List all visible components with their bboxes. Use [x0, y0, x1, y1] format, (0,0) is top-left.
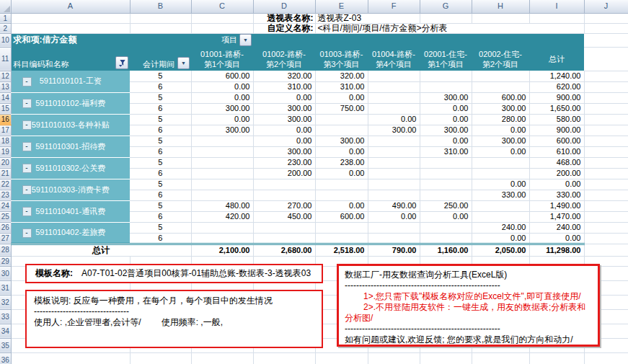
account-cell[interactable]: - 5911010303-消费卡费: [11, 179, 130, 200]
cell[interactable]: [584, 179, 628, 190]
column-header[interactable]: E: [315, 0, 368, 13]
cell[interactable]: [584, 114, 628, 125]
period-cell[interactable]: 5: [130, 157, 191, 168]
row-header[interactable]: 1: [0, 13, 11, 23]
collapse-minus-icon[interactable]: -: [22, 77, 32, 86]
collapse-minus-icon[interactable]: -: [22, 120, 32, 130]
value-cell[interactable]: 480.00: [191, 200, 253, 211]
value-cell[interactable]: 0.00: [420, 136, 472, 146]
value-cell[interactable]: [368, 71, 420, 81]
row-header[interactable]: 35: [0, 338, 11, 352]
pivot-header-blank[interactable]: [130, 33, 191, 47]
period-cell[interactable]: 5: [130, 71, 191, 81]
total-value-cell[interactable]: 468.00: [529, 157, 584, 168]
row-header[interactable]: 20: [0, 157, 11, 168]
value-cell[interactable]: [191, 168, 253, 179]
value-cell[interactable]: 0.00: [315, 168, 368, 179]
value-cell[interactable]: [368, 157, 420, 168]
value-cell[interactable]: [420, 179, 472, 190]
value-cell[interactable]: 238.00: [315, 157, 368, 168]
row-header[interactable]: 34: [0, 324, 11, 338]
value-cell[interactable]: [420, 81, 472, 92]
value-cell[interactable]: [253, 233, 315, 244]
period-cell[interactable]: 5: [130, 200, 191, 211]
value-cell[interactable]: [315, 190, 368, 200]
cell[interactable]: [368, 352, 420, 364]
period-cell[interactable]: 5: [130, 222, 191, 233]
total-value-cell[interactable]: 610.00: [529, 146, 584, 157]
account-cell[interactable]: - 5911010102-福利费: [11, 92, 130, 114]
cell[interactable]: [584, 81, 628, 92]
value-cell[interactable]: [253, 222, 315, 233]
value-cell[interactable]: [191, 179, 253, 190]
cell[interactable]: [584, 71, 628, 81]
total-value-cell[interactable]: 900.00: [529, 125, 584, 136]
row-header[interactable]: 17: [0, 125, 11, 136]
account-cell[interactable]: - 5911010103-各种补贴: [11, 114, 130, 136]
select-all-corner[interactable]: [0, 0, 11, 13]
project-filter-dropdown-icon[interactable]: ▼: [239, 34, 252, 46]
cell[interactable]: [584, 33, 628, 47]
row-header[interactable]: 25: [0, 211, 11, 222]
value-cell[interactable]: 310.00: [420, 146, 472, 157]
period-cell[interactable]: 6: [130, 103, 191, 114]
period-cell[interactable]: 6: [130, 146, 191, 157]
value-cell[interactable]: 200.00: [253, 168, 315, 179]
value-cell[interactable]: 310.00: [253, 81, 315, 92]
value-cell[interactable]: 230.00: [253, 157, 315, 168]
value-cell[interactable]: 0.00: [253, 125, 315, 136]
value-cell[interactable]: 300.00: [191, 103, 253, 114]
value-cell[interactable]: [315, 222, 368, 233]
custom-name-label-cell[interactable]: 自定义名称:: [253, 23, 315, 33]
cell[interactable]: [130, 23, 191, 33]
pivot-column-field-cell[interactable]: 项目 ▼: [191, 33, 253, 47]
value-cell[interactable]: 300.00: [191, 125, 253, 136]
row-header[interactable]: 27: [0, 233, 11, 244]
total-value-cell[interactable]: 1,240.00: [529, 71, 584, 81]
cell[interactable]: [584, 136, 628, 146]
template-name-textbox[interactable]: 模板名称: A07-T01-02普通项目00核算-01辅助总账-数据表-3-透视…: [25, 264, 323, 283]
period-cell[interactable]: 6: [130, 125, 191, 136]
cell[interactable]: [584, 352, 628, 364]
column-header[interactable]: B: [130, 0, 191, 13]
row-header[interactable]: 26: [0, 222, 11, 233]
value-cell[interactable]: [191, 233, 253, 244]
value-cell[interactable]: [472, 200, 529, 211]
value-cell[interactable]: 0.00: [315, 200, 368, 211]
value-cell[interactable]: 300.00: [253, 146, 315, 157]
value-cell[interactable]: [420, 168, 472, 179]
total-column-header[interactable]: 总计: [529, 47, 584, 71]
pivot-name-label-cell[interactable]: 透视表名称:: [253, 13, 315, 23]
value-cell[interactable]: [472, 168, 529, 179]
project-column-header[interactable]: 01004-路桥- 第4个项目: [368, 47, 420, 71]
value-cell[interactable]: 0.00: [315, 146, 368, 157]
account-cell[interactable]: - 5911010301-招待费: [11, 136, 130, 157]
value-cell[interactable]: [472, 211, 529, 222]
cell[interactable]: [584, 211, 628, 222]
value-cell[interactable]: [191, 190, 253, 200]
cell[interactable]: [584, 233, 628, 244]
promo-textbox[interactable]: 数据工厂-用友数据查询分析工具(ExceL版) ----------------…: [337, 264, 600, 347]
value-cell[interactable]: 300.00: [253, 114, 315, 125]
value-cell[interactable]: 300.00: [472, 136, 529, 146]
total-value-cell[interactable]: 200.00: [529, 168, 584, 179]
account-filter-funnel-icon[interactable]: [115, 56, 128, 69]
period-cell[interactable]: 5: [130, 136, 191, 146]
grand-total-cell[interactable]: 2,100.00: [191, 244, 253, 256]
pivot-measure-cell[interactable]: 求和项:借方金额: [11, 33, 130, 47]
value-cell[interactable]: 300.00: [420, 92, 472, 103]
row-header[interactable]: 2: [0, 23, 11, 33]
grand-total-label-cell[interactable]: 总计: [11, 244, 191, 256]
pivot-period-field-cell[interactable]: 会计期间 ▼: [130, 47, 191, 71]
value-cell[interactable]: 240.00: [472, 222, 529, 233]
value-cell[interactable]: 0.00: [420, 114, 472, 125]
value-cell[interactable]: [420, 71, 472, 81]
value-cell[interactable]: 0.00: [472, 233, 529, 244]
row-header[interactable]: 11: [0, 47, 11, 71]
value-cell[interactable]: 250.00: [420, 200, 472, 211]
value-cell[interactable]: [315, 233, 368, 244]
cell[interactable]: [191, 23, 253, 33]
value-cell[interactable]: [472, 157, 529, 168]
cell[interactable]: [130, 13, 191, 23]
row-header[interactable]: 19: [0, 146, 11, 157]
